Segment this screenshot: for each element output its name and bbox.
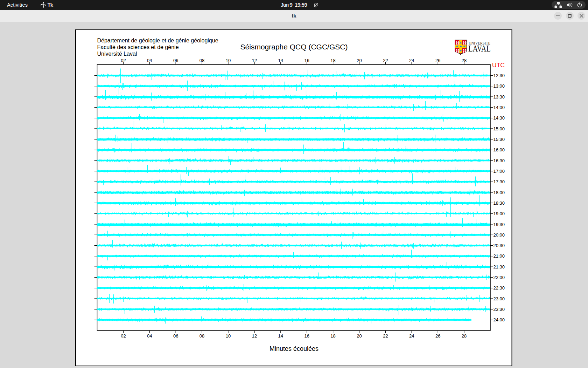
svg-text:21:00: 21:00: [493, 253, 505, 259]
svg-text:06: 06: [173, 58, 178, 63]
svg-text:22: 22: [383, 58, 388, 63]
svg-text:16: 16: [304, 333, 309, 339]
svg-text:LAVAL: LAVAL: [468, 43, 491, 54]
svg-text:UTC: UTC: [492, 62, 505, 69]
svg-text:23:30: 23:30: [493, 307, 505, 312]
svg-text:14:30: 14:30: [493, 115, 505, 121]
svg-text:22: 22: [383, 333, 388, 339]
svg-text:10: 10: [226, 333, 231, 339]
svg-text:28: 28: [462, 333, 467, 339]
svg-text:18:30: 18:30: [493, 200, 505, 206]
svg-text:22:30: 22:30: [493, 285, 505, 291]
svg-text:Séismographe QCQ (CGC/GSC): Séismographe QCQ (CGC/GSC): [240, 43, 348, 51]
svg-text:19:30: 19:30: [493, 222, 505, 227]
svg-text:20: 20: [357, 333, 362, 339]
svg-text:24: 24: [409, 333, 414, 339]
svg-text:20: 20: [357, 58, 362, 63]
svg-text:10: 10: [226, 58, 231, 63]
svg-text:04: 04: [147, 58, 152, 63]
svg-text:20:00: 20:00: [493, 232, 505, 238]
svg-text:12: 12: [252, 58, 257, 63]
svg-text:15:30: 15:30: [493, 137, 505, 142]
svg-text:28: 28: [462, 58, 467, 63]
svg-text:16: 16: [304, 58, 309, 63]
svg-text:Département de géologie et de: Département de géologie et de génie géol…: [97, 38, 218, 43]
svg-text:16:00: 16:00: [493, 147, 505, 152]
svg-text:17:00: 17:00: [493, 169, 505, 174]
svg-text:26: 26: [435, 58, 440, 63]
svg-text:17:30: 17:30: [493, 179, 505, 184]
svg-text:08: 08: [200, 58, 204, 63]
svg-text:04: 04: [147, 333, 152, 339]
svg-text:24:00: 24:00: [493, 317, 505, 322]
svg-text:02: 02: [121, 333, 126, 339]
svg-text:02: 02: [121, 58, 126, 63]
svg-text:14: 14: [278, 333, 283, 339]
svg-text:18: 18: [330, 58, 335, 63]
svg-text:Faculté des sciences et de gén: Faculté des sciences et de génie: [97, 44, 179, 50]
svg-text:12:30: 12:30: [493, 73, 505, 78]
svg-text:24: 24: [409, 58, 414, 63]
svg-text:18:00: 18:00: [493, 190, 505, 195]
svg-text:14:00: 14:00: [493, 105, 505, 110]
svg-text:20:30: 20:30: [493, 243, 505, 248]
svg-text:23:00: 23:00: [493, 296, 505, 301]
svg-text:16:30: 16:30: [493, 158, 505, 163]
svg-text:Minutes écoulées: Minutes écoulées: [270, 345, 318, 352]
svg-text:12: 12: [252, 333, 257, 339]
svg-text:19:00: 19:00: [493, 211, 505, 216]
svg-text:26: 26: [435, 333, 440, 339]
svg-text:06: 06: [173, 333, 178, 339]
svg-text:Université Laval: Université Laval: [97, 51, 137, 57]
svg-text:15:00: 15:00: [493, 126, 505, 131]
svg-text:22:00: 22:00: [493, 275, 505, 280]
svg-text:14: 14: [278, 58, 283, 63]
svg-text:08: 08: [200, 333, 204, 339]
svg-text:21:30: 21:30: [493, 264, 505, 270]
svg-text:18: 18: [330, 333, 335, 339]
svg-text:13:00: 13:00: [493, 83, 505, 89]
svg-text:13:30: 13:30: [493, 94, 505, 100]
